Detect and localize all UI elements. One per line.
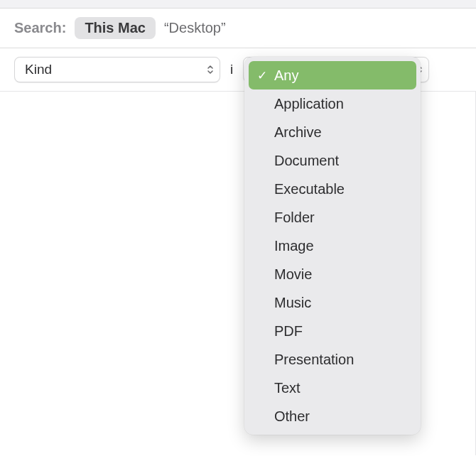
search-label: Search:	[14, 20, 66, 36]
search-scope-bar: Search: This Mac “Desktop”	[0, 9, 476, 48]
popup-item-label: Any	[274, 67, 409, 84]
popup-item-label: Other	[274, 408, 409, 425]
popup-item-application[interactable]: ✓Application	[249, 89, 416, 118]
popup-item-label: Presentation	[274, 352, 409, 368]
popup-item-label: Movie	[274, 266, 409, 283]
popup-item-text[interactable]: ✓Text	[249, 374, 416, 402]
criteria-attribute-dropdown[interactable]: Kind	[14, 57, 220, 82]
popup-item-other[interactable]: ✓Other	[249, 402, 416, 430]
popup-item-pdf[interactable]: ✓PDF	[249, 317, 416, 345]
popup-item-archive[interactable]: ✓Archive	[249, 118, 416, 146]
popup-item-document[interactable]: ✓Document	[249, 146, 416, 175]
chevron-up-down-icon	[207, 65, 214, 75]
popup-item-image[interactable]: ✓Image	[249, 232, 416, 260]
popup-item-presentation[interactable]: ✓Presentation	[249, 345, 416, 374]
criteria-attribute-value: Kind	[25, 62, 52, 77]
popup-item-folder[interactable]: ✓Folder	[249, 203, 416, 232]
window-toolbar-strip	[0, 0, 476, 9]
popup-item-label: Document	[274, 153, 409, 169]
scope-desktop[interactable]: “Desktop”	[164, 20, 226, 36]
popup-item-label: Executable	[274, 181, 409, 197]
popup-item-label: Image	[274, 238, 409, 254]
checkmark-icon: ✓	[256, 68, 269, 83]
popup-item-any[interactable]: ✓Any	[249, 61, 416, 89]
popup-item-label: Application	[274, 96, 409, 112]
popup-item-label: Text	[274, 380, 409, 396]
popup-item-label: Archive	[274, 124, 409, 141]
popup-item-executable[interactable]: ✓Executable	[249, 175, 416, 203]
popup-item-label: Folder	[274, 210, 409, 226]
criteria-connector-text: i	[230, 62, 233, 77]
popup-item-movie[interactable]: ✓Movie	[249, 260, 416, 288]
popup-item-music[interactable]: ✓Music	[249, 288, 416, 317]
kind-value-popup-menu: ✓Any✓Application✓Archive✓Document✓Execut…	[244, 57, 421, 435]
popup-item-label: Music	[274, 295, 409, 311]
scope-this-mac[interactable]: This Mac	[75, 17, 156, 39]
popup-item-label: PDF	[274, 323, 409, 340]
